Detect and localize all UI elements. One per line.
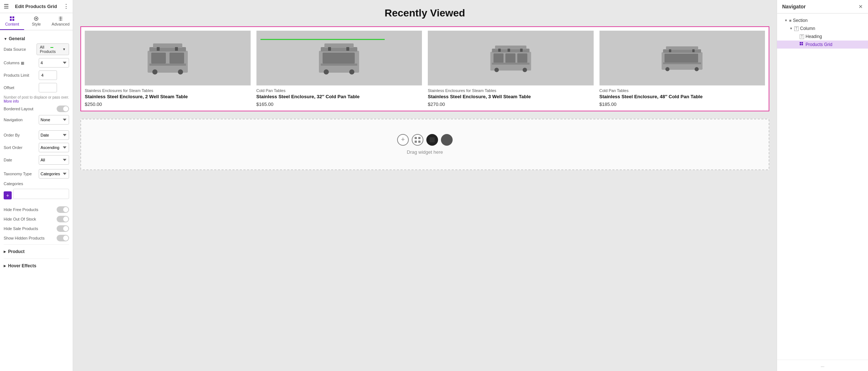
hide-out-of-stock-row: Hide Out Of Stock No	[4, 216, 69, 222]
products-limit-input[interactable]	[39, 70, 57, 80]
svg-point-5	[35, 18, 37, 19]
product-card: Stainless Enclosures for Steam Tables St…	[85, 31, 251, 107]
hide-free-products-toggle[interactable]: No	[57, 206, 69, 213]
order-by-select[interactable]: Date	[39, 130, 69, 140]
columns-row: Columns ▦ 4	[4, 58, 69, 68]
product-thumbnail	[489, 36, 533, 80]
svg-rect-58	[444, 137, 449, 142]
tab-style[interactable]: Style	[24, 13, 48, 30]
hide-sale-products-label: Hide Sale Products	[4, 226, 38, 231]
taxonomy-type-row: Taxonomy Type Categories	[4, 169, 69, 179]
product-name: Stainless Steel Enclosure, 48″ Cold Pan …	[599, 94, 765, 100]
svg-rect-28	[346, 47, 349, 51]
product-category: Cold Pan Tables	[599, 88, 765, 93]
date-select[interactable]: All	[39, 155, 69, 165]
navigator-footer: ...	[777, 360, 868, 371]
svg-rect-49	[692, 49, 694, 52]
product-section-header[interactable]: ▸ Product	[4, 248, 69, 256]
product-card: Cold Pan Tables Stainless Steel Enclosur…	[256, 31, 422, 107]
section-type-icon: ■	[789, 18, 792, 23]
taxonomy-type-label: Taxonomy Type	[4, 172, 37, 176]
hide-sale-products-toggle[interactable]: No	[57, 225, 69, 232]
svg-rect-53	[415, 137, 417, 139]
offset-input[interactable]	[39, 83, 57, 92]
grid-widget-icon[interactable]	[412, 134, 423, 146]
navigator-item-section[interactable]: ▼ ■ Section	[777, 16, 868, 24]
product-image	[256, 31, 422, 85]
dark2-widget-icon[interactable]	[441, 134, 453, 146]
bordered-layout-label: Bordered Layout	[4, 107, 33, 111]
navigator-title: Navigator	[782, 4, 806, 9]
products-limit-label: Products Limit	[4, 73, 37, 77]
svg-rect-19	[175, 47, 178, 51]
svg-point-20	[152, 69, 157, 74]
offset-row: Offset	[4, 83, 69, 92]
svg-rect-31	[321, 64, 357, 66]
show-hidden-products-toggle[interactable]: No	[57, 235, 69, 241]
navigator-item-heading[interactable]: T Heading	[777, 32, 868, 41]
categories-label: Categories	[4, 181, 37, 186]
svg-point-29	[324, 69, 329, 74]
hide-free-products-label: Hide Free Products	[4, 207, 38, 212]
svg-rect-62	[802, 44, 803, 45]
data-source-select[interactable]: All Products ▼	[37, 43, 69, 55]
main-content: Recently Viewed	[73, 0, 777, 371]
products-limit-row: Products Limit	[4, 70, 69, 80]
hover-effects-section-header[interactable]: ▸ Hover Effects	[4, 262, 69, 270]
product-arrow-icon: ▸	[4, 249, 6, 254]
navigation-select[interactable]: None	[39, 115, 69, 125]
product-name: Stainless Steel Enclosure, 3 Well Steam …	[428, 94, 594, 100]
navigator-item-products-grid[interactable]: Products Grid	[777, 41, 868, 49]
product-card: Cold Pan Tables Stainless Steel Enclosur…	[599, 31, 765, 107]
svg-rect-54	[418, 137, 420, 139]
drop-zone-icons: +	[397, 134, 453, 146]
offset-more-info-link[interactable]: More info	[4, 99, 19, 103]
hamburger-icon[interactable]: ☰	[4, 3, 9, 10]
order-by-row: Order By Date	[4, 130, 69, 140]
bordered-layout-toggle[interactable]: No	[57, 106, 69, 112]
product-thumbnail	[317, 36, 361, 80]
svg-rect-39	[507, 49, 510, 52]
left-panel: ☰ Edit Products Grid ⋮ Content Style	[0, 0, 73, 371]
panel-header: ☰ Edit Products Grid ⋮	[0, 0, 73, 13]
svg-rect-16	[151, 53, 166, 64]
categories-row: Categories	[4, 181, 69, 186]
content-icon	[9, 16, 15, 21]
tab-content[interactable]: Content	[0, 13, 24, 30]
navigator-item-column[interactable]: ▼ T Column	[777, 24, 868, 32]
panel-tabs: Content Style Advanced	[0, 13, 73, 30]
svg-rect-36	[505, 53, 515, 63]
grid-icon[interactable]: ⋮	[63, 3, 69, 10]
svg-rect-17	[170, 53, 184, 64]
sort-order-select[interactable]: Ascending	[39, 143, 69, 152]
product-price: $270.00	[428, 102, 594, 107]
svg-rect-1	[12, 16, 14, 18]
svg-rect-43	[492, 63, 529, 65]
order-by-label: Order By	[4, 133, 37, 137]
tab-advanced[interactable]: Advanced	[49, 13, 73, 30]
date-row: Date All	[4, 155, 69, 165]
navigator-header: Navigator ✕	[777, 0, 868, 14]
advanced-icon	[58, 16, 63, 21]
panel-content: ▼ General Data Source All Products ▼ Col…	[0, 30, 73, 371]
general-section-header[interactable]: ▼ General	[4, 34, 69, 43]
product-name: Stainless Steel Enclosure, 32″ Cold Pan …	[256, 94, 422, 100]
product-thumbnail	[660, 36, 704, 80]
hide-out-of-stock-toggle[interactable]: No	[57, 216, 69, 222]
add-category-button[interactable]: +	[4, 191, 12, 199]
svg-rect-56	[418, 141, 420, 143]
sort-order-row: Sort Order Ascending	[4, 143, 69, 152]
dark-widget-icon[interactable]	[426, 134, 438, 146]
svg-rect-27	[328, 47, 331, 51]
svg-rect-52	[663, 62, 701, 64]
general-arrow-icon: ▼	[4, 37, 7, 41]
svg-rect-57	[430, 137, 435, 142]
columns-select[interactable]: 4	[39, 58, 69, 68]
add-widget-icon[interactable]: +	[397, 134, 409, 146]
navigator-close-button[interactable]: ✕	[859, 4, 863, 9]
svg-rect-47	[665, 54, 698, 62]
product-card: Stainless Enclosures for Steam Tables St…	[428, 31, 594, 107]
svg-rect-61	[800, 44, 801, 45]
offset-label: Offset	[4, 85, 37, 90]
taxonomy-type-select[interactable]: Categories	[39, 169, 69, 179]
